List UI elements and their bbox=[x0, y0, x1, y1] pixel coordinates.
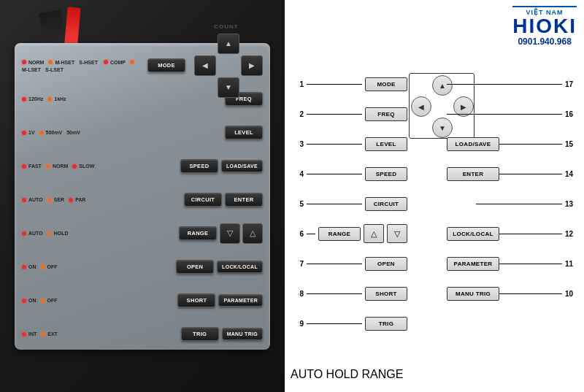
diag-row-1: 1 MODE bbox=[291, 73, 407, 95]
circuit-button[interactable]: CIRCUIT bbox=[184, 193, 222, 207]
diag-right-line-17 bbox=[447, 84, 562, 85]
diag-right-row-15: LOAD/SAVE 15 bbox=[447, 133, 578, 155]
on-short-dot bbox=[22, 299, 26, 303]
mode-button[interactable]: MODE bbox=[147, 58, 185, 72]
ext-dot bbox=[41, 332, 45, 337]
120hz-label: 120Hz bbox=[28, 96, 43, 101]
diag-enter-btn[interactable]: ENTER bbox=[447, 167, 499, 181]
slow-dot bbox=[72, 164, 77, 169]
slow-label: SLOW bbox=[79, 164, 94, 169]
diag-num-11: 11 bbox=[565, 260, 578, 268]
diag-range-btn[interactable]: RANGE bbox=[318, 227, 361, 241]
diag-trig-btn[interactable]: TRIG bbox=[365, 317, 407, 331]
diag-range-down-btn[interactable]: ▽ bbox=[387, 224, 407, 243]
open-row: ON OFF OPEN LOCK/LOCAL bbox=[22, 253, 263, 281]
1khz-label: 1kHz bbox=[54, 96, 66, 101]
mode-row: NORM M-HSET S-HSET COMP M-LSET S-LSET MO… bbox=[22, 52, 263, 80]
diag-circuit-btn[interactable]: CIRCUIT bbox=[365, 197, 407, 211]
nav-up-button[interactable]: ▲ bbox=[218, 34, 239, 54]
nav-right-button[interactable]: ▶ bbox=[241, 55, 263, 76]
auto-range-dot bbox=[22, 231, 26, 236]
diag-speed-btn[interactable]: SPEED bbox=[365, 167, 407, 181]
shset-label: S-HSET bbox=[79, 60, 98, 65]
diag-manutrig-btn[interactable]: MANU TRIG bbox=[447, 287, 499, 301]
fast-dot bbox=[22, 164, 26, 169]
diag-loadsave-btn[interactable]: LOAD/SAVE bbox=[447, 137, 499, 151]
norm-speed-dot bbox=[46, 164, 50, 169]
ext-label: EXT bbox=[47, 331, 58, 337]
open-button[interactable]: OPEN bbox=[176, 260, 214, 274]
diag-row-8: 8 SHORT bbox=[291, 283, 407, 304]
locklocal-button[interactable]: LOCK/LOCAL bbox=[217, 261, 263, 273]
diag-freq-btn[interactable]: FREQ bbox=[365, 107, 407, 121]
diag-line-8 bbox=[307, 293, 362, 294]
diag-row-3: 3 LEVEL bbox=[291, 133, 407, 155]
mlset-dot bbox=[130, 60, 134, 64]
diag-right-row-13: 13 bbox=[476, 193, 578, 215]
diag-mode-btn[interactable]: MODE bbox=[365, 77, 407, 91]
diag-num-6: 6 bbox=[291, 230, 304, 238]
diag-num-5: 5 bbox=[291, 200, 304, 208]
diag-line-6 bbox=[307, 234, 315, 234]
slset-label: S-LSET bbox=[45, 67, 64, 72]
int-label: INT bbox=[28, 331, 36, 337]
500mv-dot bbox=[39, 131, 44, 135]
ser-label: SER bbox=[54, 197, 64, 202]
nav-down-button[interactable]: ▼ bbox=[218, 77, 239, 98]
nav-pad-wrap: COUNT ▲ ◀ ▶ ▼ bbox=[190, 34, 263, 98]
diag-line-5 bbox=[307, 204, 362, 204]
nav-left-button[interactable]: ◀ bbox=[194, 55, 216, 76]
diagram-panel: VIỆT NAM HIOKI 0901.940.968 1 MODE 2 FRE… bbox=[285, 0, 584, 392]
diag-line-9 bbox=[307, 323, 362, 324]
loadsave-button[interactable]: LOAD/SAVE bbox=[221, 160, 263, 172]
ser-dot bbox=[47, 198, 52, 202]
trig-indicators: INT EXT bbox=[22, 331, 181, 337]
off-short-label: OFF bbox=[47, 298, 58, 303]
diagram-right-column: 17 16 LOAD/SAVE 15 ENTER 14 13 bbox=[447, 73, 578, 385]
diag-num-16: 16 bbox=[565, 110, 578, 118]
nav-pad: ▲ ◀ ▶ ▼ bbox=[194, 34, 263, 98]
diag-open-btn[interactable]: OPEN bbox=[365, 257, 407, 271]
diag-locklocal-btn[interactable]: LOCK/LOCAL bbox=[447, 227, 499, 241]
brand-header: VIỆT NAM HIOKI 0901.940.968 bbox=[512, 6, 577, 47]
level-button[interactable]: LEVEL bbox=[225, 126, 263, 139]
range-row: AUTO HOLD RANGE ▽ △ bbox=[22, 220, 263, 247]
range-btns: ▽ △ bbox=[220, 223, 263, 244]
diag-right-row-17: 17 bbox=[447, 73, 578, 95]
parameter-button[interactable]: PARAMETER bbox=[218, 294, 263, 307]
range-button[interactable]: RANGE bbox=[179, 226, 217, 240]
speed-row: FAST NORM SLOW SPEED LOAD/SAVE bbox=[22, 153, 263, 180]
diag-level-btn[interactable]: LEVEL bbox=[365, 137, 407, 151]
diag-right-line-16 bbox=[447, 114, 562, 115]
1v-dot bbox=[22, 131, 26, 135]
diag-parameter-btn[interactable]: PARAMETER bbox=[447, 257, 499, 271]
trig-button[interactable]: TRIG bbox=[181, 327, 219, 341]
speed-indicators: FAST NORM SLOW bbox=[22, 164, 180, 169]
diag-right-row-16: 16 bbox=[447, 103, 578, 125]
range-down-button[interactable]: ▽ bbox=[220, 223, 240, 244]
diag-right-line-10 bbox=[499, 293, 562, 294]
mode-indicators: NORM M-HSET S-HSET COMP M-LSET S-LSET bbox=[22, 59, 147, 72]
short-button[interactable]: SHORT bbox=[177, 293, 215, 307]
norm-dot bbox=[22, 60, 26, 64]
diag-row-4: 4 SPEED bbox=[291, 163, 407, 185]
diag-range-up-btn[interactable]: △ bbox=[364, 224, 384, 243]
50mv-label: 50mV bbox=[66, 130, 80, 135]
trig-row: INT EXT TRIG MANU TRIG bbox=[22, 320, 263, 348]
diag-nav-left[interactable]: ◀ bbox=[411, 96, 431, 117]
diag-row-2: 2 FREQ bbox=[291, 103, 407, 125]
hold-dot bbox=[47, 231, 52, 236]
on-open-dot bbox=[22, 265, 26, 269]
norm-label: NORM bbox=[28, 60, 44, 65]
diag-line-7 bbox=[307, 264, 362, 264]
level-row: 1V 500mV 50mV LEVEL bbox=[22, 119, 263, 147]
range-up-button[interactable]: △ bbox=[242, 223, 263, 244]
diag-range-btns: △ ▽ bbox=[364, 224, 407, 243]
diag-num-8: 8 bbox=[291, 290, 304, 298]
manutrig-button[interactable]: MANU TRIG bbox=[222, 328, 263, 340]
diag-short-btn[interactable]: SHORT bbox=[365, 287, 407, 301]
diag-right-row-12: LOCK/LOCAL 12 bbox=[447, 223, 578, 245]
enter-button[interactable]: ENTER bbox=[225, 193, 263, 207]
nav-empty-tl bbox=[411, 75, 431, 96]
speed-button[interactable]: SPEED bbox=[180, 159, 218, 173]
